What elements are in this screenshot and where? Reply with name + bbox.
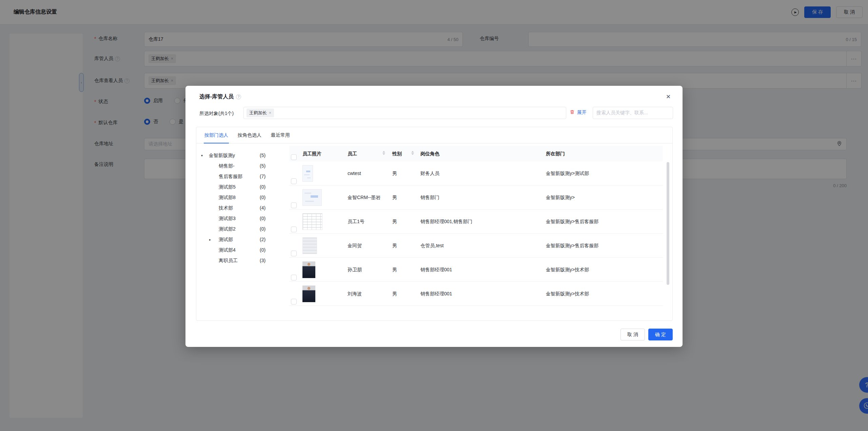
picker-tabs: 按部门选人 按角色选人 最近常用 (196, 127, 672, 143)
employee-photo (302, 237, 317, 254)
table-header: 员工照片 员工 性别 岗位角色 所在部门 (289, 146, 663, 161)
employee-photo (302, 165, 313, 182)
dept-name: 售后客服部 (219, 171, 242, 182)
dept-member-count: (0) (260, 213, 265, 224)
dialog-help-icon[interactable]: ? (236, 94, 241, 99)
employee-role: 销售部经理001 (420, 282, 452, 306)
col-dept-header: 所在部门 (546, 146, 565, 161)
selected-objects-field[interactable]: 王鹤加长 × (243, 107, 566, 119)
dialog-ok-button[interactable]: 确 定 (648, 329, 673, 340)
employee-photo (302, 189, 322, 206)
dept-member-count: (0) (260, 245, 265, 255)
table-row[interactable]: 孙卫朋 男 销售部经理001 金智新版测y>技术部 (289, 258, 663, 282)
dept-name: 测试部4 (219, 245, 236, 255)
employee-table-body: cwtest 男 财务人员 金智新版测y>测试部 金智CRM--墨岩 男 销售部… (289, 161, 663, 320)
dept-tree-item[interactable]: 测试部4 (0) (196, 245, 289, 255)
employee-dept: 金智新版测y>测试部 (546, 161, 589, 185)
dept-name: 金智新版测y (209, 150, 235, 161)
clear-expand-control[interactable]: 展开 (570, 110, 587, 116)
employee-name: 金智CRM--墨岩 (348, 185, 380, 210)
employee-name: 孙卫朋 (348, 258, 362, 282)
dept-tree-item[interactable]: 离职员工 (3) (196, 255, 289, 266)
expand-link[interactable]: 展开 (577, 110, 587, 116)
employee-gender: 男 (392, 282, 397, 306)
dept-name: 测试部5 (219, 182, 236, 192)
employee-dept: 金智新版测y>售后客服部 (546, 234, 598, 258)
dept-tree-item[interactable]: 测试部3 (0) (196, 213, 289, 224)
dialog-title: 选择-库管人员 ? (199, 93, 241, 100)
row-checkbox[interactable] (291, 275, 297, 280)
gender-sort-icon[interactable] (411, 151, 414, 155)
employee-role: 销售部门 (420, 185, 439, 210)
table-row[interactable]: 金智CRM--墨岩 男 销售部门 金智新版测y> (289, 185, 663, 210)
employee-gender: 男 (392, 234, 397, 258)
person-search-input[interactable]: 搜索人员关键字、联系... (593, 107, 673, 119)
tab-by-role[interactable]: 按角色选人 (233, 127, 266, 143)
col-name-header[interactable]: 员工 (348, 146, 357, 161)
employee-dept: 金智新版测y>售后客服部 (546, 210, 598, 234)
dept-name: 测试部 (219, 234, 233, 245)
app-window: 编辑仓库信息设置 ▶ 保 存 取 消 ‹ * 仓库名称 仓库17 4 / 50 … (0, 0, 868, 431)
employee-name: 刘海波 (348, 282, 362, 306)
col-role-header: 岗位角色 (420, 146, 439, 161)
dept-name: 测试部2 (219, 224, 236, 234)
select-all-checkbox[interactable] (291, 154, 297, 160)
picker-panel: 按部门选人 按角色选人 最近常用 ▾ 金智新版测y (5) 销售部- (5) 售… (196, 127, 673, 321)
employee-name: 金同贺 (348, 234, 362, 258)
dept-tree-item[interactable]: ▸ 测试部 (2) (196, 234, 289, 245)
employee-photo (302, 261, 315, 278)
dialog-close-icon[interactable]: ✕ (664, 92, 673, 101)
dept-member-count: (0) (260, 224, 265, 234)
employee-photo (302, 213, 322, 230)
dept-tree-item[interactable]: 测试部5 (0) (196, 182, 289, 192)
dept-tree-item[interactable]: 售后客服部 (7) (196, 171, 289, 182)
dept-tree-item[interactable]: 技术部 (4) (196, 203, 289, 213)
dept-member-count: (0) (260, 182, 265, 192)
tab-by-department[interactable]: 按部门选人 (200, 127, 233, 143)
employee-dept: 金智新版测y> (546, 185, 575, 210)
dept-tree-item[interactable]: 销售部- (5) (196, 161, 289, 171)
table-row[interactable]: 员工1号 男 销售部经理001,销售部门 金智新版测y>售后客服部 (289, 210, 663, 234)
dept-tree: ▾ 金智新版测y (5) 销售部- (5) 售后客服部 (7) 测试部5 (0)… (196, 143, 289, 320)
row-checkbox[interactable] (291, 227, 297, 232)
selected-tag: 王鹤加长 × (246, 109, 274, 117)
table-row[interactable]: cwtest 男 财务人员 金智新版测y>测试部 (289, 161, 663, 185)
dept-name: 销售部- (219, 161, 235, 171)
dept-member-count: (2) (260, 234, 265, 245)
row-checkbox[interactable] (291, 251, 297, 256)
tree-expand-icon[interactable]: ▸ (209, 234, 215, 245)
col-gender-header[interactable]: 性别 (392, 146, 402, 161)
dept-member-count: (4) (260, 203, 265, 213)
row-checkbox[interactable] (291, 202, 297, 208)
dept-name: 测试部3 (219, 213, 236, 224)
dept-name: 离职员工 (219, 255, 238, 266)
table-scrollbar[interactable] (667, 162, 669, 321)
employee-role: 销售部经理001,销售部门 (420, 210, 472, 234)
scrollbar-thumb[interactable] (667, 162, 669, 285)
tree-expand-icon[interactable]: ▾ (201, 150, 206, 161)
tag-remove-icon[interactable]: × (269, 111, 271, 115)
dept-tree-item[interactable]: 测试部2 (0) (196, 224, 289, 234)
dept-name: 技术部 (219, 203, 233, 213)
dept-name: 测试部8 (219, 192, 236, 203)
dept-tree-item[interactable]: ▾ 金智新版测y (5) (196, 150, 289, 161)
selected-objects-label: 所选对象(共1个) (199, 111, 234, 117)
tab-recent[interactable]: 最近常用 (266, 127, 295, 143)
employee-name: 员工1号 (348, 210, 364, 234)
employee-role: 财务人员 (420, 161, 439, 185)
employee-photo (302, 286, 315, 302)
dept-member-count: (5) (260, 150, 265, 161)
dept-member-count: (5) (260, 161, 265, 171)
dialog-cancel-button[interactable]: 取 消 (620, 329, 645, 340)
employee-role: 销售部经理001 (420, 258, 452, 282)
employee-name: cwtest (348, 161, 361, 185)
employee-gender: 男 (392, 210, 397, 234)
table-row[interactable]: 刘海波 男 销售部经理001 金智新版测y>技术部 (289, 282, 663, 306)
employee-table: 员工照片 员工 性别 岗位角色 所在部门 cwtest 男 财务人员 金智新版测… (289, 143, 672, 320)
name-sort-icon[interactable] (382, 151, 385, 155)
dept-member-count: (3) (260, 255, 265, 266)
row-checkbox[interactable] (291, 178, 297, 184)
table-row[interactable]: 金同贺 男 仓管员,test 金智新版测y>售后客服部 (289, 234, 663, 258)
row-checkbox[interactable] (291, 299, 297, 305)
dept-tree-item[interactable]: 测试部8 (0) (196, 192, 289, 203)
